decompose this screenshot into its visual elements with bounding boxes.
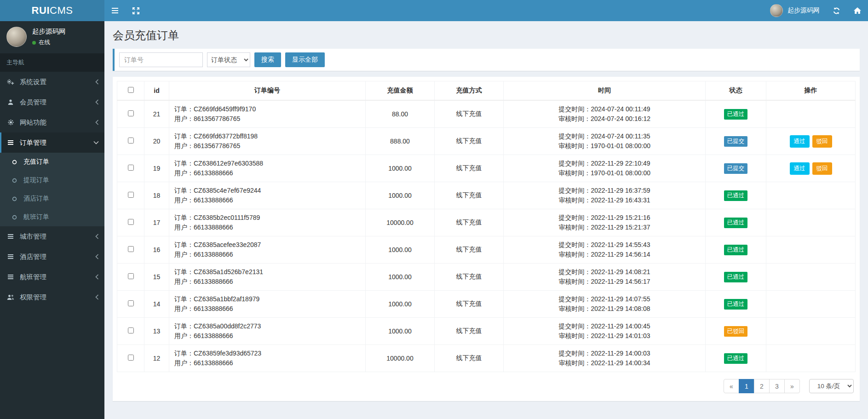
search-button[interactable]: 搜索 — [254, 52, 281, 67]
row-select-cell — [117, 291, 144, 318]
reject-button[interactable]: 驳回 — [812, 162, 832, 175]
submit-time-prefix: 提交时间： — [559, 160, 591, 167]
chevron-down-icon — [93, 141, 99, 144]
row-method: 线下充值 — [435, 128, 504, 155]
row-select-cell — [117, 128, 144, 155]
row-select-cell — [117, 155, 144, 182]
sidebar-item-label: 城市管理 — [20, 232, 46, 241]
table-footer: «123» 10 条/页 — [117, 372, 856, 397]
sidebar-submenu: 充值订单提现订单酒店订单航班订单 — [0, 153, 104, 226]
home-icon — [854, 7, 861, 14]
sidebar-user-panel: 起步源码网 在线 — [0, 21, 104, 53]
user-prefix: 用户： — [174, 359, 194, 367]
brand-logo[interactable]: RUI CMS — [0, 0, 104, 21]
show-all-button[interactable]: 显示全部 — [285, 52, 325, 67]
sidebar-subitem-酒店订单[interactable]: 酒店订单 — [0, 189, 104, 208]
circle-o-icon — [10, 160, 18, 165]
row-checkbox[interactable] — [128, 165, 134, 171]
row-checkbox[interactable] — [128, 300, 134, 306]
row-time-cell: 提交时间：2022-11-29 22:10:49 审核时间：1970-01-01… — [504, 155, 706, 182]
sidebar-item-航班管理[interactable]: 航班管理 — [0, 267, 104, 287]
circle-o-icon — [10, 215, 18, 220]
order-number: CZ6385a1d526b7e2131 — [194, 268, 263, 276]
row-checkbox[interactable] — [128, 138, 134, 143]
sidebar-item-订单管理[interactable]: 订单管理 — [0, 132, 104, 153]
table-row: 13 订单：CZ6385a00dd8f2c2773 用户：66133888666… — [117, 318, 856, 345]
sidebar-toggle-button[interactable] — [104, 0, 126, 21]
pager-page-1[interactable]: 1 — [739, 379, 754, 393]
circle-o-icon — [10, 196, 18, 201]
sidebar-section-label: 主导航 — [0, 53, 104, 72]
fullscreen-button[interactable] — [126, 0, 146, 21]
row-order-cell: 订单：CZ6385a1bbf2af18979 用户：66133888666 — [169, 291, 366, 318]
user-prefix: 用户： — [174, 332, 194, 339]
table-row: 16 订单：CZ6385acefee33e2087 用户：66133888666… — [117, 236, 856, 264]
row-id: 13 — [144, 318, 169, 345]
table-row: 21 订单：CZ669fd6459ff9f9170 用户：86135677867… — [117, 100, 856, 128]
row-status-cell: 已提交 — [706, 155, 766, 182]
review-time: 2022-11-29 14:56:14 — [591, 251, 650, 258]
submit-time: 2022-11-29 15:21:16 — [591, 214, 650, 221]
chevron-left-icon — [95, 79, 99, 85]
column-header-id: id — [144, 81, 169, 101]
review-time-prefix: 审核时间： — [559, 332, 591, 339]
user-prefix: 用户： — [174, 224, 194, 231]
order-prefix: 订单： — [174, 241, 194, 248]
pager-prev[interactable]: « — [724, 379, 739, 393]
table-row: 12 订单：CZ63859fe3d93d65723 用户：66133888666… — [117, 345, 856, 372]
row-id: 16 — [144, 236, 169, 264]
gear-icon — [6, 119, 15, 126]
sidebar-item-会员管理[interactable]: 会员管理 — [0, 92, 104, 112]
row-id: 20 — [144, 128, 169, 155]
table-row: 20 订单：CZ669fd63772bff8198 用户：86135677867… — [117, 128, 856, 155]
row-actions-cell — [766, 264, 856, 291]
user-menu[interactable]: 起步源码网 — [764, 0, 826, 21]
sidebar-subitem-提现订单[interactable]: 提现订单 — [0, 171, 104, 189]
approve-button[interactable]: 通过 — [790, 135, 810, 148]
order-number: CZ6385a1bbf2af18979 — [194, 295, 259, 303]
chevron-left-icon — [95, 234, 99, 239]
sidebar-item-label: 系统设置 — [20, 78, 46, 86]
review-time-prefix: 审核时间： — [559, 251, 591, 258]
status-badge: 已提交 — [724, 136, 748, 147]
home-button[interactable] — [847, 0, 868, 21]
sidebar-subitem-充值订单[interactable]: 充值订单 — [0, 153, 104, 171]
pager-page-3[interactable]: 3 — [769, 379, 785, 393]
sidebar-item-酒店管理[interactable]: 酒店管理 — [0, 247, 104, 267]
row-status-cell: 已通过 — [706, 291, 766, 318]
page-size-select[interactable]: 10 条/页 — [809, 379, 854, 393]
chevron-left-icon — [95, 120, 99, 125]
row-checkbox[interactable] — [128, 273, 134, 279]
row-checkbox[interactable] — [128, 219, 134, 225]
sidebar-item-label: 权限管理 — [20, 293, 46, 302]
order-status-select[interactable]: 订单状态 — [207, 52, 250, 67]
row-amount: 10000.00 — [366, 209, 435, 236]
pager-page-2[interactable]: 2 — [754, 379, 770, 393]
submit-time: 2022-11-29 14:55:43 — [591, 241, 650, 248]
sidebar-subitem-航班订单[interactable]: 航班订单 — [0, 208, 104, 226]
select-all-checkbox[interactable] — [128, 87, 134, 93]
order-no-input[interactable] — [119, 52, 203, 67]
refresh-button[interactable] — [826, 0, 847, 21]
row-checkbox[interactable] — [128, 327, 134, 333]
user-prefix: 用户： — [174, 305, 194, 312]
row-checkbox[interactable] — [128, 355, 134, 361]
chevron-left-icon — [95, 274, 99, 280]
row-id: 17 — [144, 209, 169, 236]
row-id: 19 — [144, 155, 169, 182]
row-method: 线下充值 — [435, 264, 504, 291]
sidebar-item-系统设置[interactable]: 系统设置 — [0, 72, 104, 92]
sidebar-item-权限管理[interactable]: 权限管理 — [0, 287, 104, 307]
review-time: 2022-11-29 14:00:34 — [591, 359, 650, 367]
reject-button[interactable]: 驳回 — [812, 135, 832, 148]
row-checkbox[interactable] — [128, 246, 134, 252]
pager-next[interactable]: » — [784, 379, 800, 393]
submit-time-prefix: 提交时间： — [559, 350, 591, 357]
sidebar-item-城市管理[interactable]: 城市管理 — [0, 226, 104, 247]
row-checkbox[interactable] — [128, 192, 134, 198]
row-checkbox[interactable] — [128, 110, 134, 116]
top-bar: RUI CMS 起步源码网 — [0, 0, 868, 21]
sidebar-item-网站功能[interactable]: 网站功能 — [0, 112, 104, 132]
review-time-prefix: 审核时间： — [559, 278, 591, 285]
approve-button[interactable]: 通过 — [790, 162, 810, 175]
